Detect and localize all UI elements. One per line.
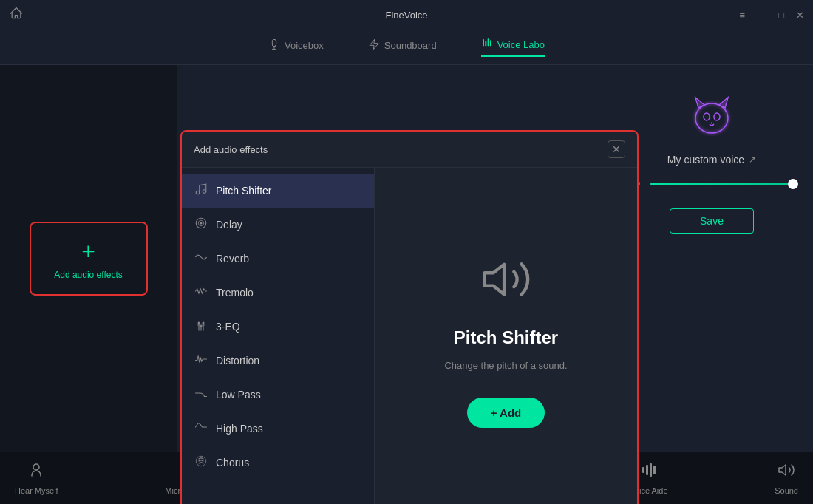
reverb-icon bbox=[194, 251, 208, 267]
high-pass-icon bbox=[194, 420, 208, 437]
svg-point-8 bbox=[203, 190, 206, 194]
hear-myself-icon bbox=[27, 461, 45, 483]
effect-item-3eq[interactable]: 3-EQ bbox=[182, 310, 374, 344]
slider-thumb[interactable] bbox=[788, 179, 798, 189]
svg-rect-3 bbox=[490, 40, 491, 46]
close-icon[interactable]: ✕ bbox=[796, 10, 804, 21]
effect-item-distortion[interactable]: Distortion bbox=[182, 344, 374, 378]
tab-soundboard[interactable]: Soundboard bbox=[368, 38, 437, 56]
svg-point-4 bbox=[695, 103, 728, 133]
close-icon: ✕ bbox=[612, 143, 621, 155]
bottom-item-sound[interactable]: Sound bbox=[775, 461, 798, 495]
effect-label: High Pass bbox=[216, 423, 263, 435]
effect-label: Distortion bbox=[216, 355, 259, 367]
delay-icon bbox=[194, 217, 208, 233]
app-title: FineVoice bbox=[385, 10, 427, 21]
effect-item-reverb[interactable]: Reverb bbox=[182, 242, 374, 276]
menu-icon[interactable]: ≡ bbox=[740, 10, 746, 21]
effect-item-chorus[interactable]: Chorus bbox=[182, 446, 374, 480]
custom-voice-label: My custom voice ↗ bbox=[667, 154, 756, 166]
svg-rect-2 bbox=[487, 38, 489, 46]
nav-tabs: Voicebox Soundboard Voice Labo bbox=[0, 30, 813, 65]
effect-detail-icon bbox=[480, 253, 532, 316]
svg-point-6 bbox=[714, 113, 720, 120]
svg-point-20 bbox=[33, 464, 39, 470]
effect-item-pitch-shifter[interactable]: Pitch Shifter bbox=[182, 174, 374, 208]
window-controls[interactable]: ≡ — □ ✕ bbox=[740, 10, 804, 21]
bottom-item-hear-myself[interactable]: Hear Myself bbox=[15, 461, 58, 495]
add-effects-modal: Add audio effects ✕ Pitch bbox=[180, 130, 639, 504]
effect-detail: Pitch Shifter Change the pitch of a soun… bbox=[375, 168, 637, 504]
svg-rect-23 bbox=[650, 463, 652, 477]
soundboard-label: Soundboard bbox=[384, 40, 437, 51]
soundboard-icon bbox=[368, 38, 380, 53]
tab-voicelabo[interactable]: Voice Labo bbox=[481, 38, 545, 57]
voicebox-icon bbox=[268, 38, 280, 53]
tremolo-icon bbox=[194, 285, 208, 301]
plus-icon: + bbox=[81, 238, 95, 265]
maximize-icon[interactable]: □ bbox=[778, 10, 784, 21]
modal-body: Pitch Shifter Delay bbox=[182, 168, 637, 504]
chorus-icon bbox=[194, 454, 208, 471]
distortion-icon bbox=[194, 353, 208, 369]
sound-label: Sound bbox=[775, 486, 798, 495]
svg-point-11 bbox=[200, 222, 203, 225]
effect-item-tremolo[interactable]: Tremolo bbox=[182, 276, 374, 310]
effect-label: Delay bbox=[216, 219, 242, 231]
modal-title: Add audio effects bbox=[194, 144, 268, 155]
voicelabo-label: Voice Labo bbox=[497, 39, 545, 50]
effect-detail-name: Pitch Shifter bbox=[454, 327, 558, 348]
slider-fill bbox=[650, 183, 791, 185]
edit-icon[interactable]: ↗ bbox=[749, 154, 756, 165]
sound-icon bbox=[778, 461, 795, 483]
effect-item-high-pass[interactable]: High Pass bbox=[182, 412, 374, 446]
volume-slider-container: 100 bbox=[625, 179, 798, 189]
effect-detail-description: Change the pitch of a sound. bbox=[444, 360, 567, 371]
low-pass-icon bbox=[194, 386, 208, 403]
volume-slider[interactable] bbox=[650, 183, 798, 185]
pitch-shifter-icon bbox=[194, 183, 208, 199]
main-content: + Add audio effects bbox=[0, 65, 813, 452]
voice-aide-icon bbox=[640, 461, 658, 483]
svg-point-19 bbox=[196, 456, 206, 466]
titlebar: FineVoice ≡ — □ ✕ bbox=[0, 0, 813, 30]
svg-rect-1 bbox=[485, 41, 486, 46]
hear-myself-label: Hear Myself bbox=[15, 486, 58, 495]
effect-label: Tremolo bbox=[216, 287, 254, 299]
effect-label: Reverb bbox=[216, 253, 249, 265]
effect-item-low-pass[interactable]: Low Pass bbox=[182, 378, 374, 412]
voicebox-label: Voicebox bbox=[285, 40, 324, 51]
voicelabo-icon bbox=[481, 38, 493, 52]
save-button[interactable]: Save bbox=[670, 208, 754, 234]
modal-close-button[interactable]: ✕ bbox=[608, 140, 625, 158]
add-effect-button[interactable]: + Add bbox=[467, 398, 545, 428]
eq-icon bbox=[194, 319, 208, 335]
svg-point-7 bbox=[196, 191, 200, 194]
modal-header: Add audio effects ✕ bbox=[182, 132, 637, 168]
left-panel: + Add audio effects bbox=[0, 65, 177, 452]
minimize-icon[interactable]: — bbox=[757, 10, 766, 21]
home-icon[interactable] bbox=[9, 6, 24, 24]
svg-rect-0 bbox=[483, 39, 484, 46]
svg-rect-21 bbox=[642, 467, 644, 473]
effect-label: Chorus bbox=[216, 457, 249, 469]
effect-label: 3-EQ bbox=[216, 321, 240, 333]
svg-rect-22 bbox=[646, 465, 648, 475]
add-audio-effects-button[interactable]: + Add audio effects bbox=[30, 222, 148, 296]
tab-voicebox[interactable]: Voicebox bbox=[268, 38, 324, 56]
add-effects-label: Add audio effects bbox=[54, 270, 123, 280]
svg-point-5 bbox=[704, 113, 710, 120]
svg-rect-24 bbox=[653, 466, 656, 474]
effect-label: Low Pass bbox=[216, 389, 261, 401]
effects-list: Pitch Shifter Delay bbox=[182, 168, 374, 504]
effect-item-delay[interactable]: Delay bbox=[182, 208, 374, 242]
effect-label: Pitch Shifter bbox=[216, 185, 271, 197]
avatar bbox=[682, 87, 741, 146]
